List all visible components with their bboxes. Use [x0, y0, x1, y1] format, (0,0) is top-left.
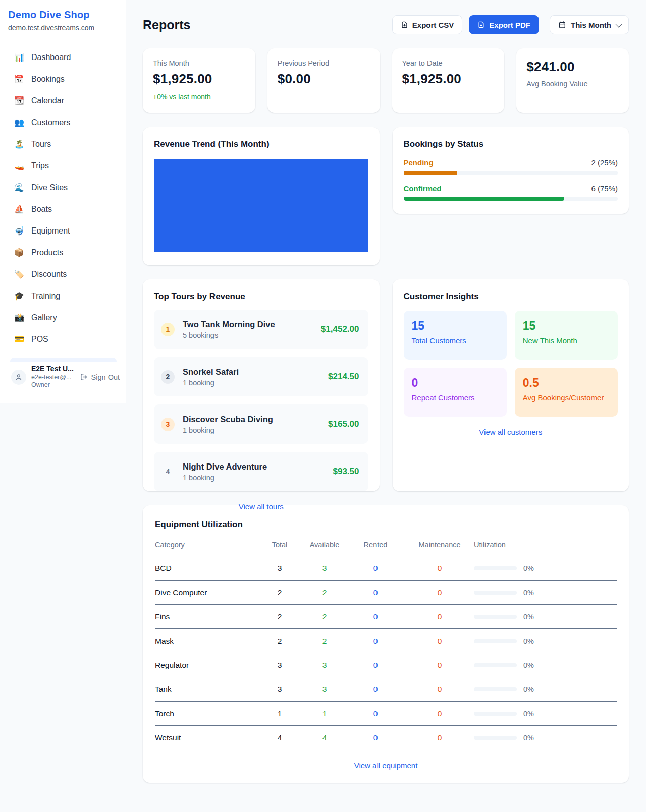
status-count: 6 (75%) — [591, 184, 618, 193]
equipment-total: 2 — [256, 636, 303, 646]
top-tours-card: Top Tours by Revenue 1Two Tank Morning D… — [143, 279, 380, 491]
equipment-maintenance: 0 — [405, 733, 474, 742]
equipment-utilization: 0% — [474, 613, 617, 621]
insight-value: 0.5 — [523, 376, 610, 390]
period-dropdown[interactable]: This Month — [550, 15, 629, 34]
insight-grid: 15Total Customers15New This Month0Repeat… — [404, 311, 618, 417]
insight-value: 0 — [412, 376, 499, 390]
utilization-percent: 0% — [523, 637, 534, 645]
stat-card-previous-period: Previous Period$0.00 — [267, 48, 380, 113]
export-pdf-button[interactable]: Export PDF — [469, 15, 539, 34]
equipment-total: 2 — [256, 612, 303, 621]
column-header-total: Total — [256, 541, 303, 549]
sidebar-item-trips[interactable]: 🚤Trips — [4, 155, 122, 177]
period-label: This Month — [571, 21, 611, 29]
status-count: 2 (25%) — [591, 158, 618, 167]
package-icon: 📦 — [14, 248, 24, 257]
utilization-track — [474, 687, 517, 691]
tour-row-snorkel-safari: 2Snorkel Safari1 booking$214.50 — [154, 357, 368, 396]
equipment-row-torch: Torch11000% — [155, 702, 617, 726]
insight-box-avg-bookings-customer: 0.5Avg Bookings/Customer — [515, 368, 618, 417]
rank-badge: 1 — [161, 323, 175, 336]
reports-page: Demo Dive Shop demo.test.divestreams.com… — [0, 0, 646, 812]
equipment-category: Tank — [155, 685, 256, 694]
utilization-track — [474, 639, 517, 643]
sign-out-button[interactable]: Sign Out — [80, 373, 120, 381]
shop-domain: demo.test.divestreams.com — [8, 24, 118, 32]
sidebar-item-gallery[interactable]: 📸Gallery — [4, 307, 122, 328]
equipment-utilization-title: Equipment Utilization — [155, 519, 617, 530]
equipment-available: 2 — [303, 612, 346, 621]
insight-box-total-customers: 15Total Customers — [404, 311, 507, 360]
stat-card-year-to-date: Year to Date$1,925.00 — [392, 48, 505, 113]
tour-bookings: 1 booking — [183, 474, 267, 482]
tour-name: Two Tank Morning Dive — [183, 320, 275, 329]
sidebar-item-reports-partial[interactable] — [10, 358, 117, 362]
status-row-pending: Pending2 (25%) — [404, 158, 618, 175]
sailboat-icon: ⛵ — [14, 204, 24, 214]
tour-amount: $93.50 — [333, 467, 359, 477]
equipment-category: BCD — [155, 564, 256, 573]
sidebar-item-boats[interactable]: ⛵Boats — [4, 198, 122, 220]
equipment-rented: 0 — [346, 733, 405, 742]
sidebar-item-dive-sites[interactable]: 🌊Dive Sites — [4, 177, 122, 198]
insight-box-new-this-month: 15New This Month — [515, 311, 618, 360]
utilization-percent: 0% — [523, 710, 534, 718]
tour-list: 1Two Tank Morning Dive5 bookings$1,452.0… — [154, 310, 368, 491]
sidebar-item-calendar[interactable]: 📆Calendar — [4, 90, 122, 111]
tear-off-calendar-icon: 📆 — [14, 96, 24, 105]
utilization-track — [474, 712, 517, 716]
stat-label: Year to Date — [402, 59, 495, 67]
tour-row-discover-scuba-diving: 3Discover Scuba Diving1 booking$165.00 — [154, 404, 368, 444]
credit-card-icon: 💳 — [14, 334, 24, 344]
user-footer: E2E Test U... e2e-tester@... Owner Sign … — [0, 362, 126, 392]
equipment-category: Regulator — [155, 661, 256, 670]
stat-card-this-month: This Month$1,925.00+0% vs last month — [143, 48, 255, 113]
graduation-cap-icon: 🎓 — [14, 291, 24, 301]
sidebar-item-label: Calendar — [31, 96, 64, 105]
tour-row-two-tank-morning-dive: 1Two Tank Morning Dive5 bookings$1,452.0… — [154, 310, 368, 349]
equipment-category: Mask — [155, 636, 256, 646]
sidebar-item-label: Gallery — [31, 313, 57, 322]
utilization-track — [474, 615, 517, 619]
equipment-table-body: BCD33000%Dive Computer22000%Fins22000%Ma… — [155, 556, 617, 750]
equipment-category: Torch — [155, 709, 256, 718]
tour-meta: Discover Scuba Diving1 booking — [183, 415, 273, 434]
tour-meta: Snorkel Safari1 booking — [183, 367, 239, 387]
revenue-trend-chart — [154, 159, 368, 252]
tour-meta: Two Tank Morning Dive5 bookings — [183, 320, 275, 339]
file-download-icon — [401, 21, 408, 29]
export-csv-button[interactable]: Export CSV — [392, 15, 463, 34]
equipment-maintenance: 0 — [405, 661, 474, 670]
brand: Demo Dive Shop demo.test.divestreams.com — [0, 0, 126, 39]
tour-meta: Night Dive Adventure1 booking — [183, 462, 267, 482]
tour-row-night-dive-adventure: 4Night Dive Adventure1 booking$93.50 — [154, 452, 368, 491]
main-content: Reports Export CSV — [126, 0, 646, 807]
sidebar-item-pos[interactable]: 💳POS — [4, 328, 122, 350]
sidebar-item-discounts[interactable]: 🏷️Discounts — [4, 263, 122, 285]
people-icon: 👥 — [14, 118, 24, 127]
column-header-category: Category — [155, 541, 256, 549]
sidebar-item-bookings[interactable]: 📅Bookings — [4, 68, 122, 90]
view-all-tours-link[interactable]: View all tours — [154, 502, 368, 511]
tour-bookings: 1 booking — [183, 426, 273, 434]
sign-out-label: Sign Out — [91, 373, 120, 381]
sidebar-item-dashboard[interactable]: 📊Dashboard — [4, 46, 122, 68]
sidebar-item-customers[interactable]: 👥Customers — [4, 111, 122, 133]
status-label: Pending — [404, 158, 434, 167]
sidebar: Demo Dive Shop demo.test.divestreams.com… — [0, 0, 126, 812]
equipment-utilization: 0% — [474, 589, 617, 597]
status-line: Pending2 (25%) — [404, 158, 618, 167]
view-all-equipment-link[interactable]: View all equipment — [155, 761, 617, 770]
equipment-total: 3 — [256, 564, 303, 573]
sidebar-item-equipment[interactable]: 🤿Equipment — [4, 220, 122, 242]
status-row-confirmed: Confirmed6 (75%) — [404, 184, 618, 201]
view-all-customers-link[interactable]: View all customers — [404, 428, 618, 436]
sidebar-item-training[interactable]: 🎓Training — [4, 285, 122, 307]
sidebar-item-tours[interactable]: 🏝️Tours — [4, 133, 122, 155]
sidebar-item-products[interactable]: 📦Products — [4, 242, 122, 263]
utilization-track — [474, 663, 517, 667]
equipment-total: 1 — [256, 709, 303, 718]
revenue-trend-card: Revenue Trend (This Month) — [143, 127, 380, 265]
equipment-rented: 0 — [346, 564, 405, 573]
